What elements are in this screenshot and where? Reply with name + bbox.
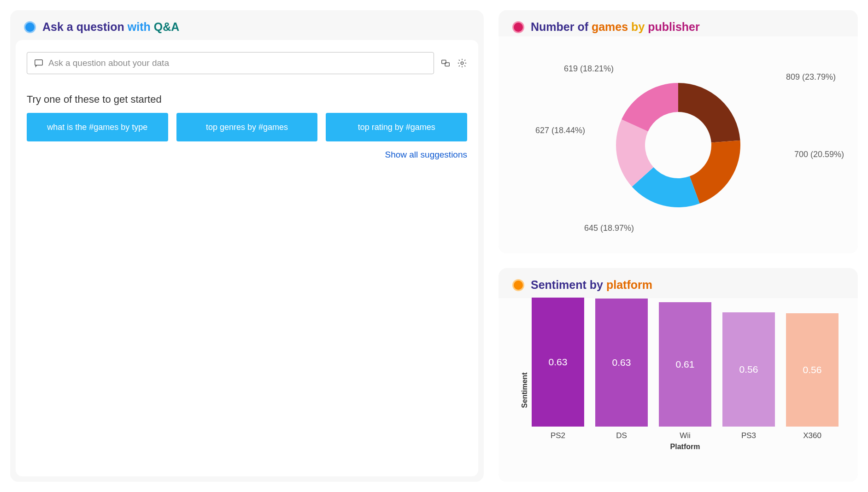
sentiment-xlabel: Platform [526, 443, 844, 451]
suggestions-row: what is the #games by typetop genres by … [27, 113, 467, 141]
bar-Wii[interactable]: 0.61 [659, 302, 711, 427]
qna-card: Ask a question with Q&A [10, 10, 484, 482]
layout-icon[interactable] [440, 58, 451, 68]
bar-col-DS: 0.63DS [595, 299, 648, 440]
qna-title: Ask a question with Q&A [42, 20, 179, 34]
donut-dot-icon [512, 21, 524, 33]
donut-label-4: 619 (18.21%) [564, 64, 614, 74]
sentiment-header: Sentiment by platform [499, 268, 858, 298]
qna-input[interactable] [48, 58, 427, 68]
qna-body: Try one of these to get started what is … [16, 40, 478, 476]
sentiment-title: Sentiment by platform [531, 278, 652, 292]
bar-PS3[interactable]: 0.56 [722, 312, 775, 427]
sentiment-ylabel: Sentiment [521, 372, 529, 408]
qna-dot-icon [24, 21, 36, 33]
qna-input-container[interactable] [27, 52, 434, 74]
bar-category-label: PS2 [551, 431, 565, 440]
sentiment-body: Sentiment 0.63PS20.63DS0.61Wii0.56PS30.5… [499, 298, 858, 482]
qna-header: Ask a question with Q&A [10, 10, 484, 40]
svg-rect-0 [35, 60, 43, 65]
donut-label-3: 627 (18.44%) [535, 126, 585, 135]
donut-slice[interactable] [690, 140, 740, 203]
bar-category-label: DS [616, 431, 627, 440]
sentiment-bars[interactable]: 0.63PS20.63DS0.61Wii0.56PS30.56X360 [526, 303, 844, 441]
sentiment-dot-icon [512, 279, 524, 291]
bar-category-label: PS3 [741, 431, 756, 440]
bar-col-X360: 0.56X360 [786, 313, 839, 440]
suggestion-button-2[interactable]: top rating by #games [326, 113, 467, 141]
bar-category-label: Wii [680, 431, 691, 440]
bar-col-PS2: 0.63PS2 [532, 298, 584, 440]
donut-card: Number of games by publisher 809 (23.79%… [499, 10, 858, 253]
bar-col-PS3: 0.56PS3 [722, 312, 775, 440]
donut-label-2: 645 (18.97%) [584, 223, 634, 233]
bar-X360[interactable]: 0.56 [786, 313, 839, 427]
bar-DS[interactable]: 0.63 [595, 299, 648, 427]
donut-title: Number of games by publisher [531, 20, 700, 34]
sentiment-card: Sentiment by platform Sentiment 0.63PS20… [499, 268, 858, 482]
donut-body: 809 (23.79%) 700 (20.59%) 645 (18.97%) 6… [499, 36, 858, 253]
svg-point-3 [461, 62, 463, 64]
chat-icon [34, 58, 44, 68]
try-label: Try one of these to get started [27, 94, 467, 105]
donut-chart[interactable] [609, 76, 747, 214]
gear-icon[interactable] [457, 58, 467, 68]
bar-PS2[interactable]: 0.63 [532, 298, 584, 427]
donut-slice[interactable] [678, 83, 740, 143]
bar-category-label: X360 [803, 431, 821, 440]
donut-label-0: 809 (23.79%) [786, 72, 836, 82]
suggestion-button-0[interactable]: what is the #games by type [27, 113, 168, 141]
show-all-link[interactable]: Show all suggestions [385, 150, 468, 159]
bar-col-Wii: 0.61Wii [659, 302, 711, 440]
donut-header: Number of games by publisher [499, 10, 858, 36]
donut-label-1: 700 (20.59%) [794, 150, 844, 159]
suggestion-button-1[interactable]: top genres by #games [176, 113, 318, 141]
